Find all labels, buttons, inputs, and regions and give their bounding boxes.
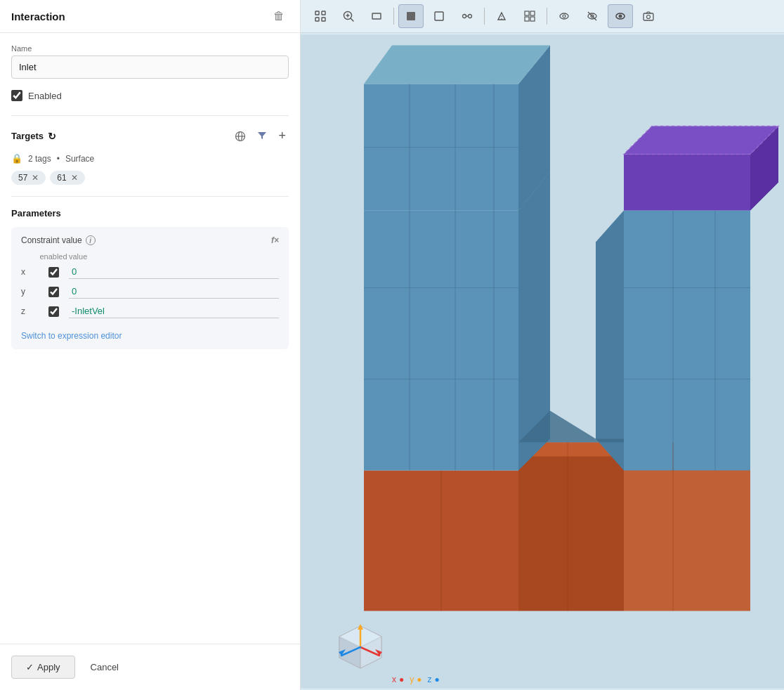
enabled-row: Enabled (11, 90, 289, 101)
fx-button[interactable]: f× (271, 235, 279, 245)
constraint-row-y: y (21, 285, 279, 299)
toolbar-box-outline[interactable] (426, 4, 452, 28)
constraint-value-x[interactable] (69, 265, 279, 279)
apply-label: Apply (37, 662, 60, 672)
tag-label-61: 61 (57, 173, 66, 183)
parameters-title: Parameters (11, 208, 61, 219)
right-panel: x ● y ● z ● (301, 0, 784, 690)
surface-label: Surface (65, 154, 94, 164)
toolbar-eye-line[interactable] (580, 4, 605, 28)
svg-rect-4 (322, 11, 325, 15)
expression-editor-link[interactable]: Switch to expression editor (21, 331, 122, 341)
constraint-check-z (38, 306, 69, 317)
constraint-check-y (38, 287, 69, 297)
targets-info: 🔒 2 tags • Surface (11, 153, 289, 164)
panel-title: Interaction (11, 11, 65, 22)
svg-rect-19 (525, 11, 529, 15)
targets-section-header: Targets ↻ + (11, 127, 289, 145)
svg-rect-6 (322, 18, 325, 21)
axis-y-label: y (21, 287, 38, 297)
constraint-check-x (38, 267, 69, 278)
svg-rect-20 (530, 11, 535, 15)
tag-chip-61: 61 ✕ (50, 171, 84, 185)
divider-1 (11, 115, 289, 116)
constraint-checkbox-x[interactable] (48, 267, 59, 278)
globe-button[interactable] (232, 129, 249, 143)
enabled-checkbox[interactable] (11, 90, 22, 101)
toolbar-zoom[interactable] (336, 4, 361, 28)
apply-button[interactable]: ✓ Apply (11, 656, 75, 679)
panel-footer: ✓ Apply Cancel (0, 644, 300, 690)
axis-x-label: x (21, 267, 38, 277)
name-input[interactable] (11, 56, 289, 79)
parameters-section: Parameters Constraint value i f× enabled… (11, 208, 289, 349)
filter-button[interactable] (254, 130, 270, 142)
constraint-value-y[interactable] (69, 285, 279, 299)
enabled-label: Enabled (28, 91, 62, 101)
toolbar-split[interactable] (455, 4, 480, 28)
constraint-checkbox-z[interactable] (48, 306, 59, 317)
name-field-group: Name (11, 44, 289, 79)
svg-rect-30 (643, 13, 653, 20)
svg-marker-48 (518, 172, 550, 443)
svg-rect-12 (407, 12, 415, 20)
axis-x-label: x (392, 675, 396, 684)
toolbar-sep-1 (393, 8, 394, 25)
left-panel: Interaction 🗑 Name Enabled Targets ↻ (0, 0, 301, 690)
name-label: Name (11, 44, 289, 53)
constraint-checkbox-y[interactable] (48, 287, 59, 297)
panel-header: Interaction 🗑 (0, 0, 300, 33)
toolbar-fit-view[interactable] (308, 4, 333, 28)
add-tag-button[interactable]: + (275, 127, 289, 145)
axis-x-dot: ● (399, 675, 404, 684)
svg-rect-13 (435, 12, 443, 20)
axis-y-label: y (410, 675, 414, 684)
axis-z-dot: ● (435, 675, 440, 684)
info-icon: i (86, 235, 96, 245)
constraint-value-z[interactable] (69, 304, 279, 318)
toolbar-box-filled[interactable] (398, 4, 424, 28)
svg-marker-40 (624, 211, 750, 471)
axis-indicator (329, 616, 392, 679)
toolbar-camera[interactable] (636, 4, 661, 28)
tag-chip-57: 57 ✕ (11, 171, 46, 185)
svg-point-31 (647, 15, 651, 19)
axis-z-label: z (21, 306, 38, 316)
svg-marker-37 (364, 211, 518, 471)
tag-remove-57[interactable]: ✕ (32, 174, 39, 182)
col-headers: enabled value (21, 252, 279, 261)
axis-z-label: z (428, 675, 432, 684)
targets-actions: + (232, 127, 289, 145)
col-value-header: value (69, 252, 279, 261)
axis-y-dot: ● (417, 675, 422, 684)
svg-point-29 (619, 15, 622, 18)
apply-check-icon: ✓ (26, 662, 34, 672)
panel-content: Name Enabled Targets ↻ (0, 33, 300, 644)
tag-label-57: 57 (18, 173, 27, 183)
svg-point-24 (563, 15, 566, 18)
toolbar (301, 0, 784, 33)
svg-rect-21 (525, 17, 529, 21)
constraint-title: Constraint value i (21, 235, 96, 245)
viewport[interactable]: x ● y ● z ● (301, 33, 784, 690)
cancel-button[interactable]: Cancel (82, 656, 127, 678)
toolbar-perspective[interactable] (489, 4, 514, 28)
parameters-header: Parameters (11, 208, 289, 219)
tags-row: 57 ✕ 61 ✕ (11, 171, 289, 185)
svg-rect-5 (315, 18, 319, 21)
toolbar-sep-3 (547, 8, 547, 25)
tag-remove-61[interactable]: ✕ (71, 174, 78, 182)
svg-marker-41 (596, 211, 624, 471)
toolbar-grid[interactable] (517, 4, 542, 28)
toolbar-eye-active[interactable] (608, 4, 633, 28)
svg-rect-3 (315, 11, 319, 15)
divider-2 (11, 196, 289, 197)
svg-point-23 (560, 13, 568, 19)
toolbar-rect-select[interactable] (364, 4, 389, 28)
targets-refresh-icon[interactable]: ↻ (48, 131, 56, 142)
delete-button[interactable]: 🗑 (269, 8, 289, 24)
toolbar-eye-open[interactable] (551, 4, 577, 28)
svg-point-14 (463, 15, 466, 18)
svg-line-8 (351, 19, 354, 22)
svg-point-15 (469, 15, 472, 18)
